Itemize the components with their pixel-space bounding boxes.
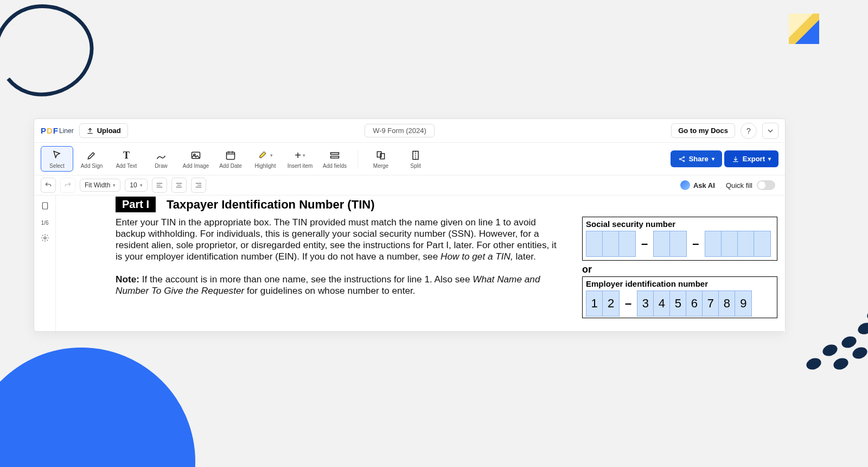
ssn-group-3[interactable] bbox=[705, 231, 771, 257]
tool-add-sign[interactable]: Add Sign bbox=[75, 147, 108, 171]
ein-digit[interactable]: 4 bbox=[654, 291, 670, 316]
help-button[interactable]: ? bbox=[741, 123, 757, 139]
quick-fill-toggle[interactable] bbox=[757, 180, 775, 190]
part-label: Part I bbox=[116, 197, 156, 212]
tool-draw[interactable]: Draw bbox=[145, 147, 177, 171]
ssn-input-row: – – bbox=[586, 231, 774, 257]
svg-rect-10 bbox=[227, 152, 235, 159]
tool-insert-item[interactable]: + Insert item bbox=[284, 147, 316, 171]
part-title: Taxpayer Identification Number (TIN) bbox=[167, 198, 374, 212]
redo-button[interactable] bbox=[60, 178, 75, 193]
instruction-text: later. bbox=[513, 251, 536, 262]
ein-digit[interactable]: 9 bbox=[735, 291, 751, 316]
decorative-spots bbox=[797, 299, 868, 380]
topbar: PDFLiner Upload W-9 Form (2024) Go to my… bbox=[34, 119, 785, 143]
svg-point-16 bbox=[679, 158, 680, 159]
tool-add-image[interactable]: Add Image bbox=[180, 147, 212, 171]
tool-add-fields[interactable]: Add fields bbox=[318, 147, 351, 171]
zoom-select[interactable]: 10 bbox=[125, 179, 147, 192]
editor-window: PDFLiner Upload W-9 Form (2024) Go to my… bbox=[34, 118, 786, 332]
ein-digit[interactable]: 5 bbox=[670, 291, 686, 316]
ein-digit[interactable]: 8 bbox=[719, 291, 735, 316]
svg-rect-11 bbox=[331, 153, 339, 154]
ein-digit[interactable]: 2 bbox=[603, 291, 619, 316]
share-icon bbox=[678, 155, 686, 163]
ask-ai-button[interactable]: Ask AI bbox=[677, 178, 718, 192]
form-id-fields: Social security number – – or Emplo bbox=[582, 217, 777, 318]
sub-toolbar: Fit Width 10 Ask AI Quick fill bbox=[34, 175, 785, 195]
align-center-icon bbox=[175, 181, 183, 189]
logo-letter: P bbox=[41, 126, 46, 135]
svg-point-2 bbox=[840, 335, 858, 350]
ein-label: Employer identification number bbox=[586, 278, 774, 291]
tool-add-text[interactable]: T Add Text bbox=[110, 147, 143, 171]
svg-point-6 bbox=[866, 308, 868, 321]
share-button[interactable]: Share ▾ bbox=[671, 150, 722, 167]
ssn-group-1[interactable] bbox=[586, 231, 636, 257]
svg-point-17 bbox=[683, 156, 684, 157]
export-button[interactable]: Export ▾ bbox=[724, 150, 778, 167]
ein-digit[interactable]: 3 bbox=[637, 291, 654, 316]
undo-button[interactable] bbox=[41, 178, 56, 193]
or-label: or bbox=[582, 261, 777, 276]
form-part-header: Part I Taxpayer Identification Number (T… bbox=[116, 197, 785, 212]
page-indicator: 1/6 bbox=[41, 220, 49, 226]
chevron-down-icon: ▾ bbox=[712, 156, 714, 162]
chevron-down-icon bbox=[768, 128, 773, 134]
logo-letter: F bbox=[53, 126, 58, 135]
ask-ai-label: Ask AI bbox=[693, 181, 715, 190]
goto-docs-button[interactable]: Go to my Docs bbox=[671, 123, 735, 138]
settings-button[interactable] bbox=[41, 234, 49, 244]
share-label: Share bbox=[689, 155, 709, 163]
tool-select[interactable]: Select bbox=[41, 146, 73, 172]
tool-label: Draw bbox=[155, 163, 167, 169]
undo-icon bbox=[44, 181, 52, 189]
pages-panel-button[interactable] bbox=[41, 201, 49, 212]
image-icon bbox=[190, 150, 201, 161]
ai-icon bbox=[680, 180, 690, 190]
svg-point-1 bbox=[821, 343, 839, 358]
ein-digit[interactable]: 6 bbox=[686, 291, 703, 316]
instruction-text: If the account is in more than one name,… bbox=[139, 274, 473, 285]
upload-button[interactable]: Upload bbox=[79, 123, 128, 138]
tool-merge[interactable]: Merge bbox=[365, 147, 397, 171]
align-right-icon bbox=[195, 181, 202, 189]
tool-split[interactable]: Split bbox=[399, 147, 432, 171]
align-center-button[interactable] bbox=[171, 178, 187, 193]
document-title[interactable]: W-9 Form (2024) bbox=[365, 124, 435, 137]
align-right-button[interactable] bbox=[191, 178, 206, 193]
ssn-field-frame: Social security number – – bbox=[582, 217, 777, 261]
ein-group-1[interactable]: 1 2 bbox=[586, 291, 620, 317]
ssn-group-2[interactable] bbox=[653, 231, 687, 257]
more-menu-button[interactable] bbox=[762, 123, 778, 139]
align-left-button[interactable] bbox=[152, 178, 167, 193]
svg-point-20 bbox=[44, 237, 46, 239]
select-icon bbox=[52, 150, 62, 161]
dash: – bbox=[690, 237, 701, 251]
fit-select[interactable]: Fit Width bbox=[80, 179, 120, 192]
tool-highlight[interactable]: Highlight bbox=[249, 147, 282, 171]
align-left-icon bbox=[156, 181, 163, 189]
sign-icon bbox=[86, 150, 97, 161]
svg-point-3 bbox=[856, 321, 868, 336]
tool-label: Split bbox=[410, 163, 420, 169]
quick-fill-control: Quick fill bbox=[723, 178, 778, 192]
tool-label: Add Text bbox=[116, 163, 137, 169]
tool-add-date[interactable]: Add Date bbox=[214, 147, 247, 171]
tool-label: Add Sign bbox=[81, 163, 103, 169]
ein-group-2[interactable]: 3 4 5 6 7 8 9 bbox=[637, 291, 752, 317]
form-columns: Enter your TIN in the appropriate box. T… bbox=[116, 217, 785, 318]
ein-digit[interactable]: 7 bbox=[703, 291, 719, 316]
document-content: Part I Taxpayer Identification Number (T… bbox=[56, 197, 785, 318]
svg-point-0 bbox=[805, 356, 822, 371]
svg-point-18 bbox=[683, 160, 684, 161]
document-viewport[interactable]: Part I Taxpayer Identification Number (T… bbox=[56, 195, 785, 331]
svg-rect-19 bbox=[42, 203, 47, 209]
svg-point-5 bbox=[851, 345, 868, 361]
form-instructions: Enter your TIN in the appropriate box. T… bbox=[116, 217, 560, 296]
export-label: Export bbox=[743, 155, 765, 163]
topbar-right: Go to my Docs ? bbox=[671, 123, 778, 139]
tool-label: Add Date bbox=[219, 163, 242, 169]
tool-label: Insert item bbox=[288, 163, 313, 169]
ein-digit[interactable]: 1 bbox=[586, 291, 603, 316]
